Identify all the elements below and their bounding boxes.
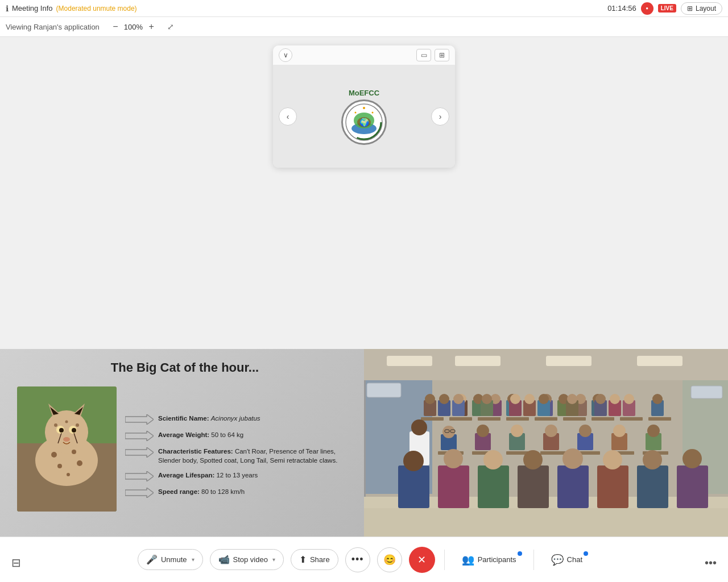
expand-icon[interactable]: ⤢ [167,22,174,31]
bottom-toolbar: ⊟ 🎤 Unmute ▾ 📹 Stop video ▾ ⬆ Share ••• … [0,537,728,582]
panel-view-buttons: ▭ ⊞ [416,49,449,61]
layout-button[interactable]: ⊞ Layout [681,2,722,15]
cheetah-placeholder [17,386,117,512]
svg-rect-131 [557,465,589,508]
svg-point-107 [477,425,489,437]
chat-button[interactable]: 💬 Chat [543,549,590,571]
meeting-info[interactable]: ℹ Meeting Info (Moderated unmute mode) [6,4,137,13]
layout-label: Layout [696,5,716,13]
stop-video-label: Stop video [233,555,268,564]
fact-value-1: Acinonyx jubatus [211,415,260,422]
svg-rect-40 [455,356,500,366]
svg-point-30 [76,423,79,427]
fact-value-2: 50 to 64 kg [211,431,243,438]
cheetah-image [17,386,117,512]
svg-point-79 [482,394,492,404]
reactions-button[interactable]: 😊 [377,547,402,572]
svg-rect-44 [367,383,401,397]
fact-text-1: Scientific Name: Acinonyx jubatus [158,414,260,423]
caption-button[interactable]: ⊟ [11,556,21,569]
svg-point-113 [545,425,557,437]
fact-row-5: Speed range: 80 to 128 km/h [125,487,353,498]
zoom-plus-button[interactable]: + [146,21,157,32]
svg-text:🌍: 🌍 [359,118,370,127]
arrow-icon-1 [125,414,154,425]
svg-point-12 [45,410,88,454]
unmute-button[interactable]: 🎤 Unmute ▾ [138,549,203,570]
svg-rect-41 [546,356,592,366]
stop-video-button[interactable]: 📹 Stop video ▾ [210,549,284,570]
record-button[interactable]: ● [641,2,653,15]
svg-rect-127 [478,465,509,508]
svg-point-14 [72,450,76,454]
svg-point-99 [411,419,427,435]
more-options-button[interactable]: ••• [345,547,370,572]
svg-point-122 [647,425,660,437]
meeting-info-label: Meeting Info [12,4,53,13]
end-call-button[interactable]: ✕ [409,547,435,573]
participants-button[interactable]: 👥 Participants [454,549,524,571]
svg-point-88 [567,394,577,404]
svg-point-134 [603,450,622,469]
svg-point-119 [613,425,626,437]
toolbar-separator-2 [533,550,534,570]
single-view-icon: ▭ [421,51,427,59]
slide-facts: Scientific Name: Acinonyx jubatus Averag… [125,386,353,525]
svg-point-8 [372,111,374,113]
svg-point-21 [72,428,76,433]
svg-marker-33 [125,431,154,441]
svg-point-130 [523,450,543,469]
main-content: ∨ ▭ ⊞ ‹ MoEFCC [0,37,728,537]
panel-collapse-button[interactable]: ∨ [279,48,292,62]
participants-icon: 👥 [462,554,474,566]
svg-point-15 [57,464,62,468]
fact-label-4: Average Lifespan: [158,472,216,479]
svg-rect-46 [691,386,722,398]
share-icon: ⬆ [299,554,307,565]
svg-point-20 [59,428,64,433]
presenter-panel-header: ∨ ▭ ⊞ [273,45,455,65]
svg-point-29 [54,423,57,427]
svg-point-128 [483,450,503,469]
share-button[interactable]: ⬆ Share [291,549,338,570]
svg-point-16 [77,460,82,466]
chevron-left-icon: ‹ [287,112,289,121]
svg-point-7 [355,111,357,113]
top-bar-right: 01:14:56 ● LIVE ⊞ Layout [607,2,722,15]
moefcc-logo-svg: 🌍 [344,102,384,142]
panel-nav-prev-button[interactable]: ‹ [279,107,297,126]
svg-point-97 [652,394,663,404]
chat-label: Chat [567,555,582,564]
svg-point-138 [682,449,702,468]
fact-value-5: 80 to 128 km/h [201,488,245,495]
unmute-dropdown-icon[interactable]: ▾ [191,556,195,563]
grid-view-icon: ⊞ [439,51,445,59]
unmute-label: Unmute [161,555,187,564]
microphone-muted-icon: 🎤 [146,554,158,565]
arrow-icon-4 [125,471,154,481]
timer-display: 01:14:56 [607,4,636,13]
zoom-minus-button[interactable]: − [110,21,121,32]
svg-point-91 [595,394,606,404]
fact-text-4: Average Lifespan: 12 to 13 years [158,471,258,480]
svg-rect-48 [364,508,728,537]
presenter-panel: ∨ ▭ ⊞ ‹ MoEFCC [273,45,455,168]
video-row: The Big Cat of the hour... [0,349,728,537]
fact-row-4: Average Lifespan: 12 to 13 years [125,471,353,481]
svg-rect-123 [398,465,429,508]
grid-view-button[interactable]: ⊞ [435,49,449,61]
svg-point-116 [579,425,592,437]
info-icon: ℹ [6,4,9,13]
svg-rect-89 [592,417,614,421]
svg-marker-34 [125,447,154,458]
video-dropdown-icon[interactable]: ▾ [271,556,275,563]
emoji-icon: 😊 [383,554,396,566]
cheetah-svg [17,386,117,512]
share-label: Share [310,555,330,564]
svg-point-60 [524,394,535,404]
single-view-button[interactable]: ▭ [416,49,431,61]
svg-rect-77 [478,417,500,421]
panel-nav-next-button[interactable]: › [431,107,449,126]
more-button-right[interactable]: ••• [705,556,717,569]
svg-rect-86 [563,417,586,421]
